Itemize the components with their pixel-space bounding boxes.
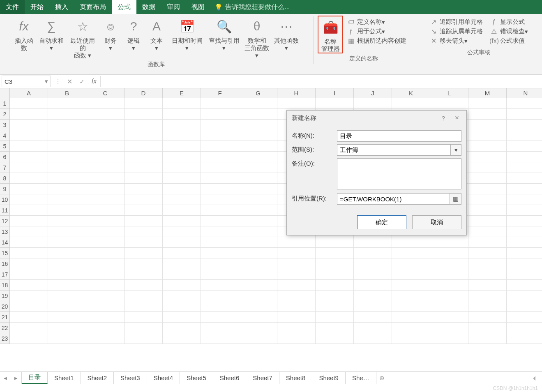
cell[interactable] [201,258,239,269]
cell[interactable] [86,269,125,280]
column-header-N[interactable]: N [507,88,542,98]
cell[interactable] [507,226,542,237]
cell[interactable] [10,280,48,291]
cell[interactable] [239,269,277,280]
cell[interactable] [507,205,542,216]
row-header-7[interactable]: 7 [0,162,10,173]
cell[interactable] [239,312,277,323]
cell[interactable] [201,205,239,216]
cell[interactable] [239,226,277,237]
cell[interactable] [10,248,48,258]
cell[interactable] [507,194,542,205]
cell[interactable] [468,109,507,120]
name-input[interactable] [337,130,461,142]
cell[interactable] [48,301,86,312]
cell[interactable] [354,291,392,301]
cell[interactable] [277,237,316,248]
lookup-button[interactable]: 🔍 查找与引用▾ [206,16,242,52]
cell[interactable] [316,323,354,333]
cell[interactable] [239,248,277,258]
cell[interactable] [201,312,239,323]
select-all-corner[interactable] [0,88,10,98]
cell[interactable] [507,98,542,109]
cell[interactable] [48,269,86,280]
tab-review[interactable]: 审阅 [161,0,186,14]
cell[interactable] [86,258,125,269]
cell[interactable] [392,258,430,269]
tab-file[interactable]: 文件 [0,0,25,14]
tab-home[interactable]: 开始 [25,0,49,14]
cell[interactable] [277,258,316,269]
column-header-G[interactable]: G [239,88,277,98]
sheet-tab-Sheet2[interactable]: Sheet2 [81,372,114,384]
cell[interactable] [239,216,277,226]
autosum-button[interactable]: ∑ 自动求和▾ [37,16,66,52]
sheet-tab-目录[interactable]: 目录 [22,372,48,384]
cell[interactable] [10,152,48,162]
cell[interactable] [125,216,163,226]
text-button[interactable]: A 文本▾ [145,16,168,52]
cell[interactable] [125,162,163,173]
cell[interactable] [125,312,163,323]
cell[interactable] [201,152,239,162]
cell[interactable] [10,269,48,280]
cell[interactable] [163,98,201,109]
cell[interactable] [48,109,86,120]
trace-dependents-button[interactable]: ↘追踪从属单元格 [426,27,486,36]
sheet-tab-Sheet5[interactable]: Sheet5 [180,372,213,384]
cell[interactable] [48,226,86,237]
cell[interactable] [163,194,201,205]
cell[interactable] [354,301,392,312]
cell[interactable] [125,184,163,194]
cell[interactable] [10,194,48,205]
cell[interactable] [86,248,125,258]
cell[interactable] [239,280,277,291]
cell[interactable] [86,184,125,194]
cell[interactable] [468,248,507,258]
cell[interactable] [468,291,507,301]
cell[interactable] [354,98,392,109]
cell[interactable] [507,237,542,248]
cell[interactable] [201,323,239,333]
cell[interactable] [277,98,316,109]
cell[interactable] [163,152,201,162]
cell[interactable] [468,258,507,269]
cell[interactable] [507,333,542,344]
cell[interactable] [239,194,277,205]
cell[interactable] [48,248,86,258]
cell[interactable] [86,194,125,205]
cell[interactable] [48,291,86,301]
row-header-1[interactable]: 1 [0,98,10,109]
column-header-A[interactable]: A [10,88,48,98]
scope-select[interactable] [337,144,451,156]
cell[interactable] [86,216,125,226]
cell[interactable] [277,248,316,258]
reference-picker-button[interactable]: ▦ [450,193,461,205]
create-from-selection-button[interactable]: ▦根据所选内容创建 [343,36,410,46]
cell[interactable] [163,109,201,120]
cell[interactable] [48,280,86,291]
cell[interactable] [163,248,201,258]
show-formulas-button[interactable]: ƒ显示公式 [486,17,531,27]
sheet-tab-Sheet9[interactable]: Sheet9 [312,372,346,384]
datetime-button[interactable]: 📅 日期和时间▾ [168,16,206,52]
cell[interactable] [392,291,430,301]
tab-formulas[interactable]: 公式 [112,0,136,14]
cell[interactable] [201,120,239,130]
cell[interactable] [507,312,542,323]
cell[interactable] [86,152,125,162]
cell[interactable] [10,109,48,120]
cell[interactable] [10,141,48,152]
tab-data[interactable]: 数据 [136,0,161,14]
cell[interactable] [468,333,507,344]
cell[interactable] [48,130,86,141]
cell[interactable] [125,258,163,269]
cell[interactable] [468,312,507,323]
cell[interactable] [10,312,48,323]
cell[interactable] [468,301,507,312]
cell[interactable] [163,333,201,344]
cell[interactable] [430,98,468,109]
cell[interactable] [239,130,277,141]
cell[interactable] [468,98,507,109]
cell[interactable] [430,269,468,280]
